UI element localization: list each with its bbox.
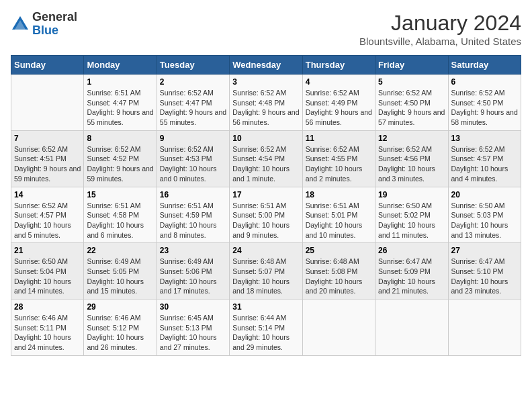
day-detail: Sunrise: 6:48 AMSunset: 5:07 PMDaylight:…: [232, 257, 290, 295]
day-number: 27: [451, 246, 518, 255]
day-number: 19: [378, 190, 445, 199]
day-detail: Sunrise: 6:52 AMSunset: 4:57 PMDaylight:…: [451, 145, 508, 183]
day-detail: Sunrise: 6:52 AMSunset: 4:48 PMDaylight:…: [232, 89, 299, 126]
calendar-cell: 29 Sunrise: 6:46 AMSunset: 5:12 PMDaylig…: [84, 300, 157, 356]
day-number: 9: [160, 134, 226, 143]
day-detail: Sunrise: 6:44 AMSunset: 5:14 PMDaylight:…: [232, 314, 290, 351]
calendar-cell: [302, 300, 375, 356]
day-number: 10: [232, 134, 299, 143]
day-number: 12: [378, 134, 445, 143]
logo-blue-text: Blue: [32, 24, 77, 38]
day-number: 11: [306, 134, 372, 143]
calendar-cell: 3 Sunrise: 6:52 AMSunset: 4:48 PMDayligh…: [230, 75, 302, 131]
calendar-cell: 8 Sunrise: 6:52 AMSunset: 4:52 PMDayligh…: [84, 130, 157, 187]
calendar-cell: 31 Sunrise: 6:44 AMSunset: 5:14 PMDaylig…: [230, 300, 302, 356]
calendar-cell: 28 Sunrise: 6:46 AMSunset: 5:11 PMDaylig…: [11, 300, 84, 356]
calendar-cell: 27 Sunrise: 6:47 AMSunset: 5:10 PMDaylig…: [448, 243, 521, 300]
day-number: 20: [451, 190, 518, 199]
calendar-body: 1 Sunrise: 6:51 AMSunset: 4:47 PMDayligh…: [11, 75, 521, 356]
calendar-cell: 6 Sunrise: 6:52 AMSunset: 4:50 PMDayligh…: [448, 75, 521, 131]
calendar-cell: 2 Sunrise: 6:52 AMSunset: 4:47 PMDayligh…: [157, 75, 229, 131]
day-detail: Sunrise: 6:47 AMSunset: 5:09 PMDaylight:…: [378, 257, 435, 295]
day-number: 4: [306, 77, 372, 87]
day-number: 1: [87, 77, 153, 87]
day-detail: Sunrise: 6:51 AMSunset: 5:00 PMDaylight:…: [232, 201, 290, 239]
calendar-week-4: 21 Sunrise: 6:50 AMSunset: 5:04 PMDaylig…: [11, 243, 521, 300]
calendar-cell: 15 Sunrise: 6:51 AMSunset: 4:58 PMDaylig…: [84, 187, 157, 243]
day-detail: Sunrise: 6:51 AMSunset: 5:01 PMDaylight:…: [306, 201, 363, 239]
logo-icon: [11, 15, 30, 34]
calendar-week-3: 14 Sunrise: 6:52 AMSunset: 4:57 PMDaylig…: [11, 187, 521, 243]
day-number: 7: [14, 134, 81, 143]
calendar-title: January 2024: [359, 11, 521, 36]
calendar-table: Sunday Monday Tuesday Wednesday Thursday…: [11, 55, 521, 356]
day-detail: Sunrise: 6:50 AMSunset: 5:04 PMDaylight:…: [14, 257, 71, 295]
calendar-cell: 9 Sunrise: 6:52 AMSunset: 4:53 PMDayligh…: [157, 130, 229, 187]
day-number: 24: [232, 246, 299, 255]
day-number: 2: [160, 77, 226, 87]
day-detail: Sunrise: 6:52 AMSunset: 4:50 PMDaylight:…: [451, 89, 518, 126]
col-wednesday: Wednesday: [230, 56, 302, 75]
day-detail: Sunrise: 6:48 AMSunset: 5:08 PMDaylight:…: [306, 257, 363, 295]
day-number: 29: [87, 302, 153, 312]
calendar-cell: 20 Sunrise: 6:50 AMSunset: 5:03 PMDaylig…: [448, 187, 521, 243]
day-number: 6: [451, 77, 518, 87]
day-number: 21: [14, 246, 81, 255]
calendar-cell: 4 Sunrise: 6:52 AMSunset: 4:49 PMDayligh…: [302, 75, 375, 131]
page-header: General Blue January 2024 Blountsville, …: [11, 11, 521, 47]
calendar-week-5: 28 Sunrise: 6:46 AMSunset: 5:11 PMDaylig…: [11, 300, 521, 356]
day-detail: Sunrise: 6:52 AMSunset: 4:52 PMDaylight:…: [87, 145, 153, 183]
day-number: 13: [451, 134, 518, 143]
calendar-cell: [11, 75, 84, 131]
day-number: 14: [14, 190, 81, 199]
calendar-cell: 21 Sunrise: 6:50 AMSunset: 5:04 PMDaylig…: [11, 243, 84, 300]
day-detail: Sunrise: 6:49 AMSunset: 5:05 PMDaylight:…: [87, 257, 144, 295]
col-friday: Friday: [375, 56, 448, 75]
day-detail: Sunrise: 6:47 AMSunset: 5:10 PMDaylight:…: [451, 257, 508, 295]
calendar-cell: 7 Sunrise: 6:52 AMSunset: 4:51 PMDayligh…: [11, 130, 84, 187]
day-detail: Sunrise: 6:50 AMSunset: 5:02 PMDaylight:…: [378, 201, 435, 239]
day-number: 25: [306, 246, 372, 255]
calendar-cell: 17 Sunrise: 6:51 AMSunset: 5:00 PMDaylig…: [230, 187, 302, 243]
col-monday: Monday: [84, 56, 157, 75]
day-detail: Sunrise: 6:52 AMSunset: 4:47 PMDaylight:…: [160, 89, 226, 126]
day-detail: Sunrise: 6:52 AMSunset: 4:56 PMDaylight:…: [378, 145, 435, 183]
day-number: 23: [160, 246, 226, 255]
day-number: 26: [378, 246, 445, 255]
day-detail: Sunrise: 6:51 AMSunset: 4:59 PMDaylight:…: [160, 201, 217, 239]
day-detail: Sunrise: 6:50 AMSunset: 5:03 PMDaylight:…: [451, 201, 508, 239]
calendar-cell: 24 Sunrise: 6:48 AMSunset: 5:07 PMDaylig…: [230, 243, 302, 300]
day-detail: Sunrise: 6:46 AMSunset: 5:12 PMDaylight:…: [87, 314, 144, 351]
day-detail: Sunrise: 6:52 AMSunset: 4:51 PMDaylight:…: [14, 145, 81, 183]
calendar-cell: 22 Sunrise: 6:49 AMSunset: 5:05 PMDaylig…: [84, 243, 157, 300]
day-number: 5: [378, 77, 445, 87]
day-number: 30: [160, 302, 226, 312]
day-detail: Sunrise: 6:46 AMSunset: 5:11 PMDaylight:…: [14, 314, 71, 351]
calendar-cell: 5 Sunrise: 6:52 AMSunset: 4:50 PMDayligh…: [375, 75, 448, 131]
calendar-cell: 18 Sunrise: 6:51 AMSunset: 5:01 PMDaylig…: [302, 187, 375, 243]
calendar-cell: 13 Sunrise: 6:52 AMSunset: 4:57 PMDaylig…: [448, 130, 521, 187]
day-detail: Sunrise: 6:45 AMSunset: 5:13 PMDaylight:…: [160, 314, 217, 351]
day-number: 8: [87, 134, 153, 143]
day-detail: Sunrise: 6:52 AMSunset: 4:54 PMDaylight:…: [232, 145, 290, 183]
day-number: 16: [160, 190, 226, 199]
title-block: January 2024 Blountsville, Alabama, Unit…: [359, 11, 521, 47]
day-detail: Sunrise: 6:52 AMSunset: 4:57 PMDaylight:…: [14, 201, 71, 239]
calendar-week-1: 1 Sunrise: 6:51 AMSunset: 4:47 PMDayligh…: [11, 75, 521, 131]
calendar-cell: 10 Sunrise: 6:52 AMSunset: 4:54 PMDaylig…: [230, 130, 302, 187]
col-tuesday: Tuesday: [157, 56, 229, 75]
calendar-cell: 12 Sunrise: 6:52 AMSunset: 4:56 PMDaylig…: [375, 130, 448, 187]
calendar-cell: [375, 300, 448, 356]
logo-general-text: General: [32, 11, 77, 24]
day-detail: Sunrise: 6:52 AMSunset: 4:50 PMDaylight:…: [378, 89, 445, 126]
day-detail: Sunrise: 6:52 AMSunset: 4:49 PMDaylight:…: [306, 89, 372, 126]
calendar-cell: 11 Sunrise: 6:52 AMSunset: 4:55 PMDaylig…: [302, 130, 375, 187]
calendar-header: Sunday Monday Tuesday Wednesday Thursday…: [11, 56, 521, 75]
logo: General Blue: [11, 11, 77, 38]
calendar-cell: 23 Sunrise: 6:49 AMSunset: 5:06 PMDaylig…: [157, 243, 229, 300]
col-sunday: Sunday: [11, 56, 84, 75]
logo-text: General Blue: [32, 11, 77, 38]
col-saturday: Saturday: [448, 56, 521, 75]
calendar-cell: 25 Sunrise: 6:48 AMSunset: 5:08 PMDaylig…: [302, 243, 375, 300]
day-number: 22: [87, 246, 153, 255]
